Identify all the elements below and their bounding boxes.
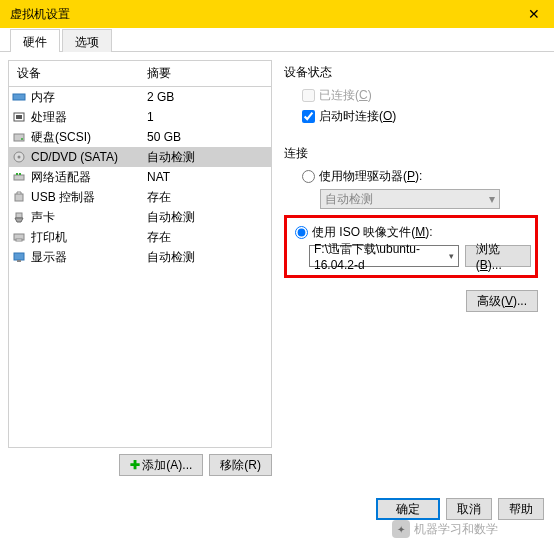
device-row[interactable]: 网络适配器NAT xyxy=(9,167,271,187)
svg-rect-8 xyxy=(16,173,18,175)
device-icon xyxy=(9,251,29,263)
watermark-text: 机器学习和数学 xyxy=(414,521,498,538)
cancel-button[interactable]: 取消 xyxy=(446,498,492,520)
device-icon xyxy=(9,131,29,143)
device-icon xyxy=(9,231,29,243)
device-summary: 2 GB xyxy=(139,90,271,104)
device-row[interactable]: 处理器1 xyxy=(9,107,271,127)
chevron-down-icon: ▾ xyxy=(489,192,495,206)
col-summary-header: 摘要 xyxy=(139,61,271,86)
device-row[interactable]: 内存2 GB xyxy=(9,87,271,107)
connect-on-power-label: 启动时连接(O) xyxy=(319,108,396,125)
tabs: 硬件 选项 xyxy=(0,28,554,52)
device-name: 处理器 xyxy=(29,109,139,126)
svg-rect-3 xyxy=(14,134,24,141)
device-row[interactable]: 硬盘(SCSI)50 GB xyxy=(9,127,271,147)
connected-checkbox-row: 已连接(C) xyxy=(302,87,538,104)
device-summary: 自动检测 xyxy=(139,249,271,266)
svg-rect-2 xyxy=(16,115,22,119)
left-buttons: ✚ 添加(A)... 移除(R) xyxy=(8,454,272,476)
device-list: 设备 摘要 内存2 GB处理器1硬盘(SCSI)50 GBCD/DVD (SAT… xyxy=(8,60,272,448)
device-summary: 1 xyxy=(139,110,271,124)
device-row[interactable]: 打印机存在 xyxy=(9,227,271,247)
wechat-icon: ✦ xyxy=(392,520,410,538)
ok-label: 确定 xyxy=(396,501,420,518)
device-summary: 存在 xyxy=(139,229,271,246)
svg-rect-14 xyxy=(14,253,24,260)
device-icon xyxy=(9,150,29,164)
svg-point-4 xyxy=(21,138,23,140)
device-header: 设备 摘要 xyxy=(9,61,271,87)
device-name: 硬盘(SCSI) xyxy=(29,129,139,146)
chevron-down-icon[interactable]: ▾ xyxy=(449,251,454,261)
use-iso-row[interactable]: 使用 ISO 映像文件(M): xyxy=(295,224,531,241)
device-name: 显示器 xyxy=(29,249,139,266)
connected-checkbox xyxy=(302,89,315,102)
tab-options[interactable]: 选项 xyxy=(62,29,112,52)
col-device-header: 设备 xyxy=(9,61,139,86)
svg-rect-0 xyxy=(13,94,25,100)
device-row[interactable]: 显示器自动检测 xyxy=(9,247,271,267)
device-summary: 自动检测 xyxy=(139,209,271,226)
plus-icon: ✚ xyxy=(130,458,140,472)
device-name: 声卡 xyxy=(29,209,139,226)
device-icon xyxy=(9,111,29,123)
device-row[interactable]: USB 控制器存在 xyxy=(9,187,271,207)
device-icon xyxy=(9,191,29,203)
use-iso-label: 使用 ISO 映像文件(M): xyxy=(312,224,433,241)
browse-button[interactable]: 浏览(B)... xyxy=(465,245,531,267)
bottom-bar: 确定 取消 帮助 xyxy=(376,498,544,520)
help-button[interactable]: 帮助 xyxy=(498,498,544,520)
svg-point-6 xyxy=(18,156,21,159)
device-name: USB 控制器 xyxy=(29,189,139,206)
physical-drive-dropdown: 自动检测 ▾ xyxy=(320,189,500,209)
connect-on-power-checkbox[interactable] xyxy=(302,110,315,123)
connected-label: 已连接(C) xyxy=(319,87,372,104)
connect-on-power-row[interactable]: 启动时连接(O) xyxy=(302,108,538,125)
connection-title: 连接 xyxy=(284,145,538,162)
titlebar: 虚拟机设置 ✕ xyxy=(0,0,554,28)
device-status-group: 设备状态 已连接(C) 启动时连接(O) xyxy=(284,64,538,129)
device-name: 网络适配器 xyxy=(29,169,139,186)
use-physical-label: 使用物理驱动器(P): xyxy=(319,168,422,185)
remove-button[interactable]: 移除(R) xyxy=(209,454,272,476)
svg-rect-15 xyxy=(17,260,21,262)
cancel-label: 取消 xyxy=(457,501,481,518)
iso-path-input[interactable]: F:\迅雷下载\ubuntu-16.04.2-d ▾ xyxy=(309,245,459,267)
device-row[interactable]: 声卡自动检测 xyxy=(9,207,271,227)
device-name: 内存 xyxy=(29,89,139,106)
advanced-button[interactable]: 高级(V)... xyxy=(466,290,538,312)
use-physical-radio[interactable] xyxy=(302,170,315,183)
device-icon xyxy=(9,211,29,223)
device-summary: 50 GB xyxy=(139,130,271,144)
svg-rect-9 xyxy=(19,173,21,175)
window-title: 虚拟机设置 xyxy=(10,6,70,23)
close-button[interactable]: ✕ xyxy=(514,6,554,22)
ok-button[interactable]: 确定 xyxy=(376,498,440,520)
device-icon xyxy=(9,92,29,102)
add-button-label: 添加(A)... xyxy=(142,457,192,474)
device-name: CD/DVD (SATA) xyxy=(29,150,139,164)
connection-group: 连接 使用物理驱动器(P): 自动检测 ▾ 使用 ISO 映像文件(M): F:… xyxy=(284,145,538,312)
highlight-box: 使用 ISO 映像文件(M): F:\迅雷下载\ubuntu-16.04.2-d… xyxy=(284,215,538,278)
watermark: ✦ 机器学习和数学 xyxy=(392,520,498,538)
advanced-row: 高级(V)... xyxy=(284,290,538,312)
right-panel: 设备状态 已连接(C) 启动时连接(O) 连接 使用物理驱动器(P): 自动检测… xyxy=(280,60,546,476)
use-iso-radio[interactable] xyxy=(295,226,308,239)
content: 设备 摘要 内存2 GB处理器1硬盘(SCSI)50 GBCD/DVD (SAT… xyxy=(0,52,554,484)
use-physical-row[interactable]: 使用物理驱动器(P): xyxy=(302,168,538,185)
help-label: 帮助 xyxy=(509,501,533,518)
remove-button-label: 移除(R) xyxy=(220,457,261,474)
device-row[interactable]: CD/DVD (SATA)自动检测 xyxy=(9,147,271,167)
iso-path-value: F:\迅雷下载\ubuntu-16.04.2-d xyxy=(314,241,449,272)
advanced-button-label: 高级(V)... xyxy=(477,293,527,310)
svg-rect-7 xyxy=(14,175,24,180)
device-summary: 自动检测 xyxy=(139,149,271,166)
device-name: 打印机 xyxy=(29,229,139,246)
browse-button-label: 浏览(B)... xyxy=(476,241,520,272)
device-status-title: 设备状态 xyxy=(284,64,538,81)
tab-hardware[interactable]: 硬件 xyxy=(10,29,60,52)
svg-rect-10 xyxy=(15,194,23,201)
add-button[interactable]: ✚ 添加(A)... xyxy=(119,454,203,476)
device-summary: NAT xyxy=(139,170,271,184)
